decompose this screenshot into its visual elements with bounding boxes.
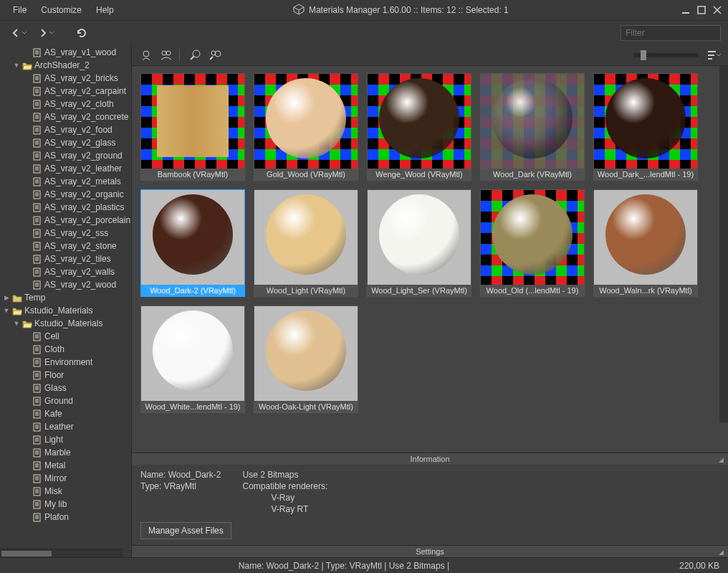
material-card[interactable]: Wood_Dark (VRayMtl): [480, 73, 585, 181]
tree-item-label: Kafe: [44, 409, 62, 419]
file-icon: [32, 267, 43, 277]
tree-item[interactable]: ▼Kstudio_Materials: [0, 317, 131, 330]
file-icon: [32, 48, 43, 57]
tree-item[interactable]: AS_vray_v2_leather: [0, 162, 131, 175]
tree-item[interactable]: AS_vray_v2_cloth: [0, 98, 131, 110]
info-name-label: Name:: [140, 470, 168, 480]
tree-item[interactable]: Environment: [0, 356, 131, 369]
content-area: Bambook (VRayMtl)Gold_Wood (VRayMtl)Weng…: [132, 44, 728, 557]
tree-item[interactable]: AS_vray_v1_wood: [0, 46, 131, 59]
material-card[interactable]: Bambook (VRayMtl): [140, 73, 245, 181]
tree-item-label: AS_vray_v2_sss: [44, 228, 108, 238]
tree-item[interactable]: AS_vray_v2_wood: [0, 278, 131, 291]
tree-item-label: AS_vray_v2_stone: [44, 241, 117, 251]
information-header[interactable]: Information◢: [132, 453, 728, 465]
tree-item[interactable]: Floor: [0, 369, 131, 382]
tree-item[interactable]: Kafe: [0, 407, 131, 420]
material-card[interactable]: Wood_Dark_...lendMtl - 19): [593, 73, 698, 181]
tree-item[interactable]: ▼ArchShader_2: [0, 59, 131, 72]
tree-item[interactable]: ▶Temp: [0, 291, 131, 304]
assign-group-icon[interactable]: [159, 48, 173, 62]
file-icon: [32, 461, 43, 470]
material-card[interactable]: Wood_Light (VRayMtl): [254, 189, 358, 297]
nav-forward-button[interactable]: [34, 25, 57, 41]
maximize-button[interactable]: [696, 5, 707, 15]
tree-item[interactable]: AS_vray_v2_plastics: [0, 201, 131, 214]
tree-item[interactable]: AS_vray_v2_tiles: [0, 252, 131, 265]
thumbnail-size-slider[interactable]: [633, 53, 698, 57]
tree-item-label: AS_vray_v2_tiles: [44, 254, 111, 264]
tree-item[interactable]: Cell: [0, 330, 131, 343]
tree-item[interactable]: Leather: [0, 420, 131, 433]
minimize-button[interactable]: [681, 5, 691, 15]
tree-item[interactable]: Cloth: [0, 343, 131, 356]
material-card[interactable]: Wood_Dark-2 (VRayMtl): [140, 189, 245, 297]
file-icon: [32, 229, 43, 238]
material-card[interactable]: Wood_Waln...rk (VRayMtl): [593, 189, 698, 297]
tree-item[interactable]: AS_vray_v2_carpaint: [0, 85, 131, 98]
file-icon: [32, 358, 43, 367]
close-button[interactable]: [712, 5, 722, 15]
tree-item[interactable]: ▼Kstudio_Materials: [0, 304, 131, 317]
nav-back-button[interactable]: [7, 25, 30, 41]
material-thumbnail: [481, 74, 584, 169]
pick-one-icon[interactable]: [188, 48, 202, 62]
tree-item[interactable]: Ground: [0, 394, 131, 407]
refresh-button[interactable]: [73, 25, 90, 41]
material-label: Wood_Dark (VRayMtl): [481, 169, 584, 180]
tree-item[interactable]: AS_vray_v2_organic: [0, 188, 131, 201]
file-icon: [32, 87, 43, 96]
sort-menu-icon[interactable]: [707, 48, 721, 62]
tree-item-label: AS_vray_v2_walls: [44, 267, 115, 277]
folder-tree[interactable]: AS_vray_v1_wood▼ArchShader_2AS_vray_v2_b…: [0, 44, 131, 525]
material-card[interactable]: Wenge_Wood (VRayMtl): [367, 73, 471, 181]
sidebar-scrollbar-h[interactable]: [0, 549, 123, 557]
expand-arrow-icon[interactable]: ▼: [3, 307, 10, 314]
material-card[interactable]: Wood-Oak-Light (VRayMtl): [254, 306, 358, 413]
tree-item[interactable]: AS_vray_v2_ground: [0, 149, 131, 162]
pick-group-icon[interactable]: [208, 48, 222, 62]
menu-help[interactable]: Help: [89, 2, 121, 18]
material-card[interactable]: Wood_Old (...lendMtl - 19): [480, 189, 585, 297]
svg-line-1: [294, 7, 299, 10]
tree-item[interactable]: Marble: [0, 446, 131, 459]
filter-input[interactable]: [621, 25, 721, 41]
tree-item-label: Kstudio_Materials: [34, 318, 102, 328]
app-title: Materials Manager 1.60.00 :: Items: 12 :…: [309, 5, 509, 15]
material-card[interactable]: Wood_Light_Ser (VRayMtl): [367, 189, 471, 297]
collapse-icon[interactable]: ◢: [719, 549, 724, 556]
tree-item[interactable]: Misk: [0, 485, 131, 498]
material-card[interactable]: Wood_White...lendMtl - 19): [140, 306, 245, 413]
file-icon: [32, 474, 43, 483]
info-bitmaps: Use 2 Bitmaps: [243, 469, 328, 480]
settings-header[interactable]: Settings◢: [132, 546, 728, 557]
expand-arrow-icon[interactable]: ▶: [3, 294, 10, 301]
material-gallery[interactable]: Bambook (VRayMtl)Gold_Wood (VRayMtl)Weng…: [132, 66, 728, 453]
tree-item[interactable]: Metal: [0, 459, 131, 472]
tree-item[interactable]: My lib: [0, 498, 131, 511]
tree-item[interactable]: Light: [0, 433, 131, 446]
tree-item[interactable]: AS_vray_v2_walls: [0, 265, 131, 278]
expand-arrow-icon[interactable]: ▼: [13, 62, 20, 69]
menu-customize[interactable]: Customize: [34, 2, 89, 18]
tree-item[interactable]: Plafon: [0, 511, 131, 524]
tree-item[interactable]: Glass: [0, 382, 131, 394]
tree-item[interactable]: Mirror: [0, 472, 131, 485]
expand-arrow-icon[interactable]: ▼: [13, 320, 20, 327]
tree-item[interactable]: AS_vray_v2_metals: [0, 175, 131, 188]
tree-item[interactable]: AS_vray_v2_bricks: [0, 72, 131, 85]
tree-item[interactable]: AS_vray_v2_porcelain: [0, 214, 131, 227]
gallery-scrollbar-v[interactable]: [719, 66, 728, 422]
collapse-icon[interactable]: ◢: [719, 456, 724, 463]
file-icon: [32, 397, 43, 406]
tree-item[interactable]: AS_vray_v2_concrete: [0, 110, 131, 123]
tree-item[interactable]: AS_vray_v2_sss: [0, 227, 131, 240]
tree-item[interactable]: AS_vray_v2_stone: [0, 240, 131, 252]
manage-asset-files-button[interactable]: Manage Asset Files: [140, 522, 231, 539]
tree-item[interactable]: AS_vray_v2_food: [0, 123, 131, 136]
material-thumbnail: [141, 190, 244, 285]
assign-one-icon[interactable]: [139, 48, 153, 62]
menu-file[interactable]: File: [6, 2, 34, 18]
tree-item[interactable]: AS_vray_v2_glass: [0, 136, 131, 149]
material-card[interactable]: Gold_Wood (VRayMtl): [254, 73, 358, 181]
